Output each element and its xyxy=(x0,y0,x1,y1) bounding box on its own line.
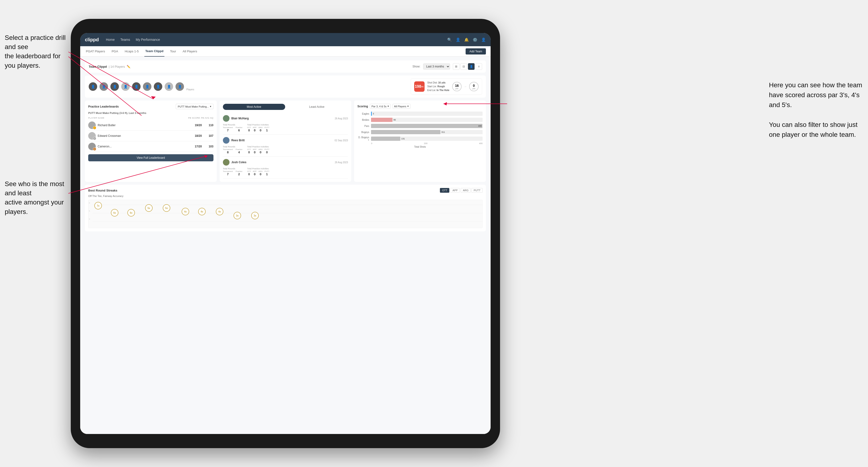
tab-least-active[interactable]: Least Active xyxy=(286,104,348,110)
activity-avatar-3[interactable] xyxy=(223,159,229,165)
player-avatar-3[interactable]: 👤 xyxy=(111,82,119,91)
team-header: Team Clippd | 14 Players ✏️ Show: Last 3… xyxy=(85,60,486,73)
player-1-name: Richard Butler xyxy=(98,124,192,127)
streak-node-6[interactable]: 4x xyxy=(182,208,189,215)
activity-player-1-header: Blair McHarg 26 Aug 2023 xyxy=(223,115,348,122)
edit-icon[interactable]: ✏️ xyxy=(127,65,130,68)
view-icons: ⊞ ⊟ 👤 ≡ xyxy=(453,63,482,70)
bell-icon[interactable]: 🔔 xyxy=(464,37,469,42)
players-filter-btn[interactable]: All Players ▾ xyxy=(393,104,410,109)
player-avatar-1[interactable]: 👤 xyxy=(89,82,97,91)
player-2-avatar[interactable]: 2 xyxy=(88,132,96,139)
drill-dropdown[interactable]: PUTT Must Make Putting... ▾ xyxy=(176,104,214,109)
shot-info: Shot Dist: 16 yds Start Lie: Rough End L… xyxy=(427,81,450,92)
par-filter-btn[interactable]: Par 3, 4 & 5s ▾ xyxy=(370,104,391,109)
streak-node-3[interactable]: 6x xyxy=(127,209,135,217)
player-avatar-4[interactable]: 👤 xyxy=(121,82,130,91)
player-1-score: 19/20 xyxy=(194,124,203,127)
bar-dbogeys: D. Bogeys + 131 xyxy=(357,136,483,141)
shot-circle-1: 16 yds xyxy=(452,82,462,91)
settings-icon[interactable]: ⚙️ xyxy=(473,37,477,42)
players-label: Players xyxy=(186,88,194,91)
streak-node-9[interactable]: 3x xyxy=(234,212,241,219)
player-col-6: 👤 xyxy=(143,82,151,91)
filter-putt[interactable]: PUTT xyxy=(471,188,483,193)
player-avatar-6[interactable]: 👤 xyxy=(143,82,151,91)
sub-nav-tour[interactable]: Tour xyxy=(169,46,177,57)
player-avatar-2[interactable]: 👤 xyxy=(99,82,108,91)
player-col-3: 👤 xyxy=(111,82,119,91)
activity-card: Most Active Least Active Blair McHarg 26… xyxy=(220,100,351,182)
player-1-avatar[interactable]: 1 xyxy=(88,121,96,129)
sub-nav-hcaps[interactable]: Hcaps 1-5 xyxy=(124,46,140,57)
leaderboard-player-3: 3 Cameron... 17/20 103 xyxy=(88,141,214,152)
player-3-avatar[interactable]: 3 xyxy=(88,143,96,150)
player-avatar-5[interactable]: 👤 xyxy=(132,82,141,91)
streak-node-8[interactable]: 4x xyxy=(216,208,223,215)
streak-node-7[interactable]: 4x xyxy=(198,208,206,215)
streaks-chart: 8 6 4 7x 6x 6x 5x 5x 4x 4x 4x 3x xyxy=(88,200,483,228)
chevron-down-icon: ▾ xyxy=(210,105,211,108)
shot-badge: 198 SC xyxy=(414,81,425,92)
total-practice-group-2: Total Practice Activities OTT 0 APP 0 xyxy=(247,146,269,154)
streak-node-1[interactable]: 7x xyxy=(94,202,102,210)
scoring-card: Scoring Par 3, 4 & 5s ▾ All Players ▾ Ea… xyxy=(354,100,486,182)
tab-most-active[interactable]: Most Active xyxy=(223,104,285,110)
streak-node-2[interactable]: 6x xyxy=(111,209,118,217)
add-team-button[interactable]: Add Team xyxy=(466,49,486,55)
practice-col-3: Practice 2 xyxy=(236,170,243,176)
activity-avatar-2[interactable] xyxy=(223,137,229,144)
player-avatar-8[interactable]: 👤 xyxy=(165,82,173,91)
filter-app[interactable]: APP xyxy=(450,188,460,193)
activity-avatar-1[interactable] xyxy=(223,115,229,122)
activity-player-3: Josh Coles 26 Aug 2023 Total Rounds Tour… xyxy=(223,157,348,179)
player-col-4: 👤 xyxy=(121,82,130,91)
three-cols: Practice Leaderboards PUTT Must Make Put… xyxy=(85,100,486,182)
leaderboard-card: Practice Leaderboards PUTT Must Make Put… xyxy=(85,100,217,182)
bar-pars-track: 499 xyxy=(371,124,483,128)
streak-node-4[interactable]: 5x xyxy=(145,204,153,212)
user-icon[interactable]: 👤 xyxy=(456,37,460,42)
streak-node-10[interactable]: 3x xyxy=(251,212,259,219)
streak-node-5[interactable]: 5x xyxy=(163,204,170,212)
nav-logo: clippd xyxy=(85,37,99,42)
activity-player-1: Blair McHarg 26 Aug 2023 Total Rounds To… xyxy=(223,113,348,135)
chart-x-title: Total Shots xyxy=(357,146,483,148)
show-select[interactable]: Last 3 months xyxy=(423,63,450,69)
filter-arg[interactable]: ARG xyxy=(461,188,470,193)
view-person-btn[interactable]: 👤 xyxy=(468,63,474,70)
bar-eagles-label: Eagles xyxy=(357,113,369,115)
bar-birdies-fill xyxy=(371,118,393,122)
player-avatar-9[interactable]: 👤 xyxy=(176,82,184,91)
bar-eagles-fill xyxy=(371,112,372,116)
annotation-right-top: Here you can see how the team have score… xyxy=(769,80,863,110)
view-full-leaderboard-button[interactable]: View Full Leaderboard xyxy=(88,154,214,161)
view-grid-btn[interactable]: ⊞ xyxy=(453,63,460,70)
bar-bogeys-fill xyxy=(371,130,440,134)
nav-my-performance[interactable]: My Performance xyxy=(135,38,160,41)
view-list-btn[interactable]: ≡ xyxy=(475,63,482,70)
sub-nav-all-players[interactable]: All Players xyxy=(182,46,198,57)
filter-ott[interactable]: OTT xyxy=(440,188,450,193)
player-avatar-7[interactable]: 👤 xyxy=(154,82,162,91)
ott-col-2: OTT 0 xyxy=(247,148,251,154)
sub-nav-pgat[interactable]: PGAT Players xyxy=(85,46,106,57)
chevron-par-icon: ▾ xyxy=(388,105,389,108)
total-rounds-label-2: Total Rounds xyxy=(223,146,243,148)
shot-circles: 16 yds → 0 yds xyxy=(452,82,478,91)
activity-stats-3: Total Rounds Tournament 7 Practice 2 xyxy=(223,167,348,176)
total-rounds-label-3: Total Rounds xyxy=(223,167,243,170)
profile-icon[interactable]: 👤 xyxy=(481,37,486,42)
view-table-btn[interactable]: ⊟ xyxy=(460,63,467,70)
nav-home[interactable]: Home xyxy=(106,38,115,41)
sub-nav-team-clippd[interactable]: Team Clippd xyxy=(144,46,164,57)
nav-teams[interactable]: Teams xyxy=(120,38,130,41)
nav-links: Home Teams My Performance xyxy=(106,38,447,41)
arg-col-1: ARG 0 xyxy=(258,126,262,132)
team-title: Team Clippd | 14 Players ✏️ xyxy=(89,65,130,68)
team-header-right: Show: Last 3 months ⊞ ⊟ 👤 ≡ xyxy=(412,63,482,70)
ott-col-1: OTT 0 xyxy=(247,126,251,132)
search-icon[interactable]: 🔍 xyxy=(447,37,452,42)
leaderboard-title: Practice Leaderboards xyxy=(88,105,119,108)
sub-nav-pga[interactable]: PGA xyxy=(111,46,119,57)
